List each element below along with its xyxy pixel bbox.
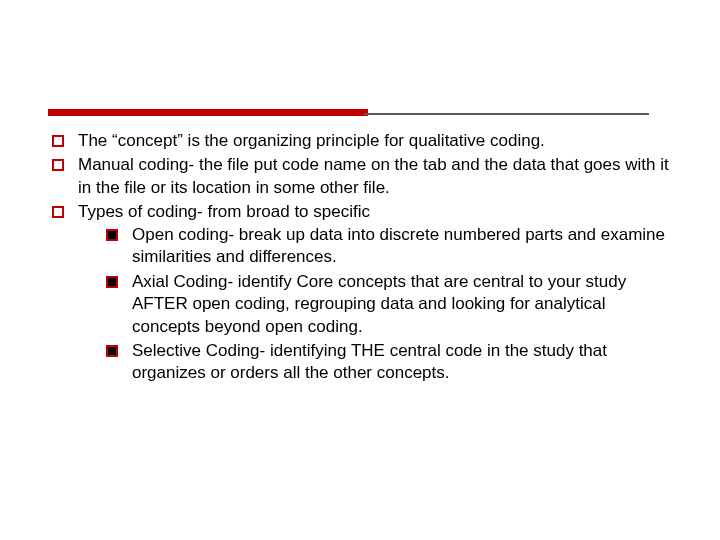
list-item-text: The “concept” is the organizing principl… [78, 130, 672, 152]
divider-rule [48, 96, 672, 116]
list-subitem: Axial Coding- identify Core concepts tha… [78, 271, 672, 338]
list-subitem: Open coding- break up data into discrete… [78, 224, 672, 269]
list-subitem-text: Open coding- break up data into discrete… [132, 224, 672, 269]
rule-red-segment [48, 109, 368, 116]
list-item-text: Types of coding- from broad to specific [78, 201, 672, 223]
square-solid-bullet-icon [106, 276, 118, 288]
list-item: Manual coding- the file put code name on… [48, 154, 672, 199]
list-subitem: Selective Coding- identifying THE centra… [78, 340, 672, 385]
list-item: Types of coding- from broad to specific … [48, 201, 672, 387]
square-open-bullet-icon [52, 206, 64, 218]
square-open-bullet-icon [52, 135, 64, 147]
list-item-text: Manual coding- the file put code name on… [78, 154, 672, 199]
square-open-bullet-icon [52, 159, 64, 171]
square-solid-bullet-icon [106, 345, 118, 357]
square-solid-bullet-icon [106, 229, 118, 241]
bullet-list: The “concept” is the organizing principl… [48, 130, 672, 387]
list-subitem-text: Axial Coding- identify Core concepts tha… [132, 271, 672, 338]
list-item: The “concept” is the organizing principl… [48, 130, 672, 152]
rule-gray-segment [364, 113, 649, 115]
list-subitem-text: Selective Coding- identifying THE centra… [132, 340, 672, 385]
